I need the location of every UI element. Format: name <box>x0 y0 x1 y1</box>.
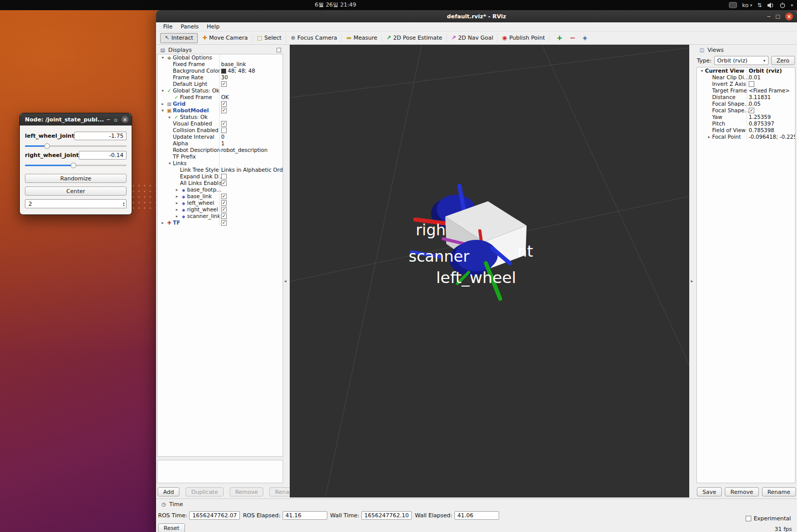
expander-icon[interactable] <box>699 68 705 74</box>
checkbox[interactable] <box>221 174 227 179</box>
expander-icon[interactable] <box>174 213 180 220</box>
expander-icon[interactable] <box>160 220 166 226</box>
checkbox[interactable] <box>221 81 227 87</box>
row-value[interactable]: robot_description <box>219 147 283 153</box>
checkbox[interactable] <box>749 81 754 87</box>
view-type-dropdown[interactable]: Orbit (rviz) ▾ <box>714 56 769 65</box>
checkbox[interactable] <box>221 213 227 219</box>
tree-row[interactable]: Visual Enabled <box>158 120 283 127</box>
tree-row[interactable]: Links <box>158 160 283 167</box>
add-tool-icon[interactable] <box>557 35 563 41</box>
panel-button[interactable]: Remove <box>725 487 759 496</box>
time-field-input[interactable]: 41.16 <box>283 511 327 520</box>
checkbox[interactable] <box>221 121 227 127</box>
expander-icon[interactable] <box>174 200 180 206</box>
row-value[interactable] <box>219 107 283 114</box>
tree-row[interactable]: Focal Shape... <box>697 107 795 114</box>
tree-row[interactable]: Focal Point -0.096418; -0.2256... <box>697 134 795 140</box>
tree-row[interactable]: All Links Enabled <box>158 180 283 186</box>
row-value[interactable] <box>219 200 283 206</box>
row-value[interactable]: 1.25359 <box>747 114 795 120</box>
network-icon[interactable]: ⇅ <box>757 2 762 9</box>
toolbar-button[interactable]: Measure <box>342 33 382 43</box>
row-value[interactable] <box>219 213 283 220</box>
row-value[interactable] <box>219 87 283 94</box>
tree-row[interactable]: Global Status: Ok <box>158 87 283 94</box>
row-value[interactable] <box>219 220 283 226</box>
tree-row[interactable]: Robot Description robot_description <box>158 147 283 153</box>
joint-value-input[interactable]: -0.14 <box>79 151 127 160</box>
tree-row[interactable]: Grid <box>158 101 283 107</box>
tree-row[interactable]: Field of View 0.785398 <box>697 127 795 134</box>
row-value[interactable]: 0.01 <box>747 74 795 81</box>
close-button[interactable]: × <box>785 13 793 20</box>
row-value[interactable]: base_link <box>219 61 283 68</box>
row-value[interactable] <box>747 81 795 87</box>
checkbox[interactable] <box>221 220 227 226</box>
expander-icon[interactable] <box>160 101 166 107</box>
expander-icon[interactable] <box>160 107 166 114</box>
row-value[interactable]: -0.096418; -0.2256... <box>747 134 795 140</box>
row-value[interactable] <box>219 114 283 120</box>
tree-row[interactable]: Expand Link D... <box>158 173 283 180</box>
input-language-indicator[interactable]: ko ▾ <box>742 2 752 9</box>
joint-value-input[interactable]: -1.75 <box>74 132 127 140</box>
expander-icon[interactable] <box>174 193 180 200</box>
tree-row[interactable]: Fixed Frame OK <box>158 94 283 101</box>
panel-button[interactable]: Rename <box>762 487 796 496</box>
panel-button[interactable]: Add <box>158 487 179 496</box>
checkbox[interactable] <box>221 200 227 206</box>
remove-tool-icon[interactable] <box>570 35 576 41</box>
tree-row[interactable]: Focal Shape... 0.05 <box>697 101 795 107</box>
tree-row[interactable]: Fixed Frame base_link <box>158 61 283 68</box>
panel-float-button[interactable] <box>277 48 281 52</box>
chevron-down-icon[interactable]: ▾ <box>791 3 793 8</box>
tree-row[interactable]: Pitch 0.875397 <box>697 120 795 127</box>
row-value[interactable]: 0.05 <box>747 101 795 107</box>
tree-row[interactable]: right_wheel <box>158 206 283 213</box>
row-value[interactable]: 48; 48; 48 <box>219 68 283 74</box>
checkbox[interactable] <box>221 128 227 133</box>
tree-row[interactable]: base_footp... <box>158 186 283 193</box>
time-field-input[interactable]: 41.06 <box>454 511 499 520</box>
expander-icon[interactable] <box>174 186 180 193</box>
row-value[interactable] <box>219 173 283 180</box>
tree-row[interactable]: left_wheel <box>158 200 283 206</box>
tree-row[interactable]: Yaw 1.25359 <box>697 114 795 120</box>
tree-row[interactable]: Update Interval 0 <box>158 134 283 140</box>
tree-row[interactable]: Frame Rate 30 <box>158 74 283 81</box>
row-value[interactable] <box>219 120 283 127</box>
row-value[interactable] <box>219 54 283 61</box>
row-value[interactable]: 1 <box>219 140 283 147</box>
slider-handle[interactable] <box>71 163 76 168</box>
center-button[interactable]: Center <box>25 186 127 196</box>
panel-button[interactable]: Save <box>697 487 722 496</box>
randomize-button[interactable]: Randomize <box>25 174 127 183</box>
tree-row[interactable]: Global Options <box>158 54 283 61</box>
tree-row[interactable]: scanner_link <box>158 213 283 220</box>
minimize-button[interactable]: ─ <box>107 117 110 122</box>
toolbar-button[interactable]: 2D Pose Estimate <box>382 33 447 43</box>
row-value[interactable] <box>219 193 283 200</box>
row-value[interactable]: OK <box>219 94 283 101</box>
power-icon[interactable] <box>779 2 786 9</box>
row-value[interactable]: <Fixed Frame> <box>747 87 795 94</box>
row-value[interactable]: 0.785398 <box>747 127 795 134</box>
row-value[interactable]: 0.875397 <box>747 120 795 127</box>
tree-row[interactable]: RobotModel <box>158 107 283 114</box>
experimental-checkbox[interactable]: Experimental <box>746 515 791 522</box>
close-button[interactable]: × <box>121 116 129 123</box>
row-value[interactable]: 0 <box>219 134 283 140</box>
tree-row[interactable]: Near Clip Di... 0.01 <box>697 74 795 81</box>
joint-slider[interactable] <box>25 143 127 149</box>
toolbar-button[interactable]: Publish Point <box>498 33 549 43</box>
row-value[interactable]: Orbit (rviz) <box>747 68 795 74</box>
row-value[interactable] <box>219 180 283 186</box>
expander-icon[interactable] <box>706 134 712 140</box>
tree-row[interactable]: Default Light <box>158 81 283 87</box>
expander-icon[interactable] <box>160 54 166 61</box>
render-viewport[interactable]: righ scanner nt left_wheel <box>290 45 689 497</box>
row-value[interactable] <box>747 107 795 114</box>
spin-down-icon[interactable]: ▾ <box>123 204 125 206</box>
views-panel-header[interactable]: Views <box>696 46 795 54</box>
